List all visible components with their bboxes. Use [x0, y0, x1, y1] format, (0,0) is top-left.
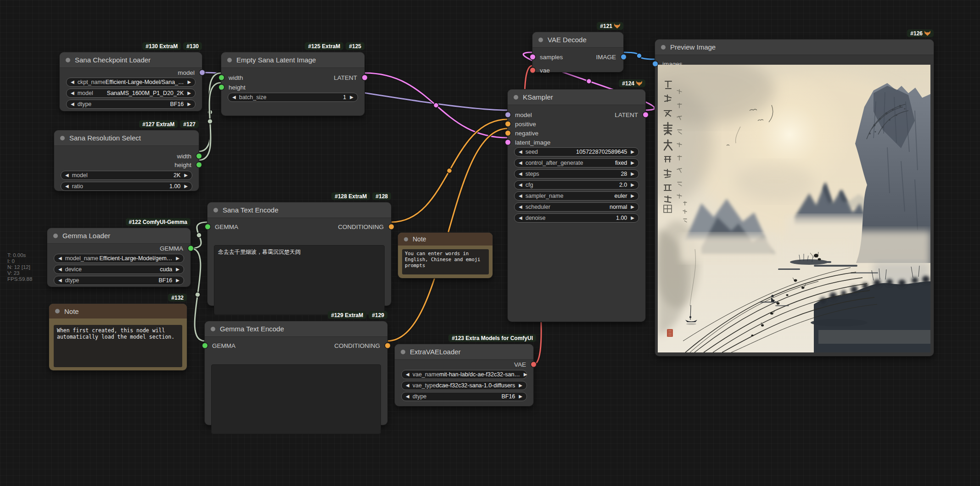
increment-arrow-icon[interactable]: ▶	[631, 194, 634, 198]
output-port-latent[interactable]	[362, 75, 367, 80]
output-port-gemma[interactable]	[188, 246, 193, 251]
widget-control-after-generate[interactable]: ◀control_after_generatefixed▶	[514, 158, 639, 168]
node-ksampler[interactable]: #124 KSampler model LATENT positive nega…	[508, 89, 645, 322]
widget-model-name[interactable]: ◀model_nameEfficient-Large-Model/gem…▶	[54, 254, 184, 263]
decrement-arrow-icon[interactable]: ◀	[519, 183, 522, 187]
output-port-height[interactable]	[196, 162, 202, 168]
widget-model[interactable]: ◀modelSanaMS_1600M_P1_D20_2K▶	[66, 89, 196, 98]
widget-steps[interactable]: ◀steps28▶	[514, 169, 639, 179]
input-port-samples[interactable]	[530, 55, 535, 60]
increment-arrow-icon[interactable]: ▶	[176, 278, 179, 283]
decrement-arrow-icon[interactable]: ◀	[406, 372, 409, 377]
decrement-arrow-icon[interactable]: ◀	[519, 216, 522, 220]
decrement-arrow-icon[interactable]: ◀	[71, 80, 74, 84]
widget-denoise[interactable]: ◀denoise1.00▶	[514, 213, 639, 223]
widget-sampler-name[interactable]: ◀sampler_nameeuler▶	[514, 191, 639, 201]
decrement-arrow-icon[interactable]: ◀	[58, 278, 62, 283]
node-title-bar[interactable]: Gemma Text Encode	[205, 321, 387, 337]
node-title-bar[interactable]: ExtraVAELoader	[395, 344, 533, 360]
output-port-model[interactable]	[200, 70, 205, 75]
increment-arrow-icon[interactable]: ▶	[631, 161, 634, 165]
node-title-bar[interactable]: Sana Checkpoint Loader	[60, 52, 202, 68]
input-port-model[interactable]	[505, 112, 510, 117]
increment-arrow-icon[interactable]: ▶	[188, 80, 191, 84]
node-title-bar[interactable]: Sana Text Encode	[207, 202, 391, 218]
increment-arrow-icon[interactable]: ▶	[519, 394, 522, 399]
input-port-gemma[interactable]	[205, 224, 210, 229]
widget-cfg[interactable]: ◀cfg2.0▶	[514, 180, 639, 190]
increment-arrow-icon[interactable]: ▶	[187, 91, 191, 95]
node-title-bar[interactable]: Preview Image	[655, 39, 934, 55]
node-vae-decode[interactable]: #121 VAE Decode samples IMAGE vae	[532, 32, 623, 72]
widget-dtype[interactable]: ◀dtypeBF16▶	[401, 392, 527, 401]
increment-arrow-icon[interactable]: ▶	[176, 256, 179, 261]
node-sana-checkpoint-loader[interactable]: #130 ExtraM #130 Sana Checkpoint Loader …	[60, 52, 202, 111]
node-gemma-loader[interactable]: #122 ComfyUI-Gemma Gemma Loader GEMMA ◀m…	[47, 228, 190, 287]
widget-scheduler[interactable]: ◀schedulernormal▶	[514, 202, 639, 212]
increment-arrow-icon[interactable]: ▶	[524, 372, 527, 377]
input-port-width[interactable]	[219, 75, 224, 80]
node-title-bar[interactable]: Note	[398, 233, 493, 246]
node-title-bar[interactable]: Empty Sana Latent Image	[221, 52, 364, 68]
widget-device[interactable]: ◀devicecuda▶	[54, 265, 184, 274]
decrement-arrow-icon[interactable]: ◀	[58, 267, 62, 272]
output-port-width[interactable]	[196, 154, 202, 159]
increment-arrow-icon[interactable]: ▶	[187, 102, 191, 106]
widget-dtype[interactable]: ◀dtypeBF16▶	[66, 100, 196, 109]
node-title-bar[interactable]: Sana Resolution Select	[54, 130, 199, 146]
decrement-arrow-icon[interactable]: ◀	[58, 256, 62, 261]
widget-dtype[interactable]: ◀dtypeBF16▶	[54, 276, 184, 285]
increment-arrow-icon[interactable]: ▶	[519, 383, 522, 388]
node-sana-resolution-select[interactable]: #127 ExtraM #127 Sana Resolution Select …	[54, 130, 199, 191]
input-port-positive[interactable]	[505, 122, 510, 127]
decrement-arrow-icon[interactable]: ◀	[71, 91, 74, 95]
decrement-arrow-icon[interactable]: ◀	[519, 150, 522, 154]
increment-arrow-icon[interactable]: ▶	[350, 95, 353, 100]
node-extra-vae-loader[interactable]: #123 Extra Models for ComfyUI ExtraVAELo…	[395, 344, 533, 406]
decrement-arrow-icon[interactable]: ◀	[406, 394, 409, 399]
decrement-arrow-icon[interactable]: ◀	[232, 95, 236, 100]
widget-vae-name[interactable]: ◀vae_namemit-han-lab/dc-ae-f32c32-san…▶	[401, 370, 527, 379]
prompt-textarea[interactable]: 念去去千里烟波，暮霭沉沉楚天阔	[214, 245, 385, 315]
decrement-arrow-icon[interactable]: ◀	[519, 205, 522, 209]
decrement-arrow-icon[interactable]: ◀	[406, 383, 409, 388]
node-title-bar[interactable]: Gemma Loader	[47, 228, 190, 244]
output-port-vae[interactable]	[531, 362, 536, 367]
increment-arrow-icon[interactable]: ▶	[184, 173, 188, 178]
note-text[interactable]: You can enter words in English, Chinese …	[402, 249, 489, 274]
increment-arrow-icon[interactable]: ▶	[631, 172, 634, 176]
increment-arrow-icon[interactable]: ▶	[631, 205, 634, 209]
prompt-textarea[interactable]	[211, 364, 381, 434]
decrement-arrow-icon[interactable]: ◀	[65, 173, 69, 178]
output-port-image[interactable]	[621, 55, 626, 60]
input-port-negative[interactable]	[505, 131, 510, 136]
decrement-arrow-icon[interactable]: ◀	[519, 161, 522, 165]
node-title-bar[interactable]: Note	[49, 304, 187, 318]
node-graph-canvas[interactable]: T: 0.00s I: 0 N: 12 [12] V: 23 FPS:59.88…	[0, 0, 980, 486]
increment-arrow-icon[interactable]: ▶	[631, 150, 634, 154]
input-port-gemma[interactable]	[202, 343, 207, 348]
widget-seed[interactable]: ◀seed1057228702589645▶	[514, 147, 639, 156]
widget-model[interactable]: ◀model2K▶	[61, 171, 192, 180]
widget-batch-size[interactable]: ◀batch_size1▶	[228, 93, 358, 102]
node-title-bar[interactable]: VAE Decode	[532, 32, 623, 48]
widget-ckpt-name[interactable]: ◀ckpt_nameEfficient-Large-Model/Sana_…▶	[66, 78, 196, 87]
node-preview-image[interactable]: #126 Preview Image images	[655, 39, 934, 356]
decrement-arrow-icon[interactable]: ◀	[71, 102, 74, 106]
widget-vae-type[interactable]: ◀vae_typedcae-f32c32-sana-1.0-diffusers▶	[401, 381, 527, 390]
decrement-arrow-icon[interactable]: ◀	[519, 194, 522, 198]
node-gemma-text-encode[interactable]: #129 ExtraM #129 Gemma Text Encode GEMMA…	[205, 321, 387, 425]
input-port-height[interactable]	[219, 85, 224, 90]
output-port-conditioning[interactable]	[389, 224, 394, 229]
node-sana-text-encode[interactable]: #128 ExtraM #128 Sana Text Encode GEMMA …	[207, 202, 391, 306]
increment-arrow-icon[interactable]: ▶	[631, 183, 634, 187]
decrement-arrow-icon[interactable]: ◀	[519, 172, 522, 176]
decrement-arrow-icon[interactable]: ◀	[65, 184, 69, 189]
node-title-bar[interactable]: KSampler	[508, 89, 645, 105]
node-note-prompt[interactable]: Note You can enter words in English, Chi…	[398, 233, 493, 278]
node-empty-sana-latent-image[interactable]: #125 ExtraM #125 Empty Sana Latent Image…	[221, 52, 364, 116]
widget-ratio[interactable]: ◀ratio1.00▶	[61, 182, 192, 191]
input-port-images[interactable]	[653, 61, 658, 67]
output-port-latent[interactable]	[643, 112, 648, 117]
increment-arrow-icon[interactable]: ▶	[184, 184, 188, 189]
